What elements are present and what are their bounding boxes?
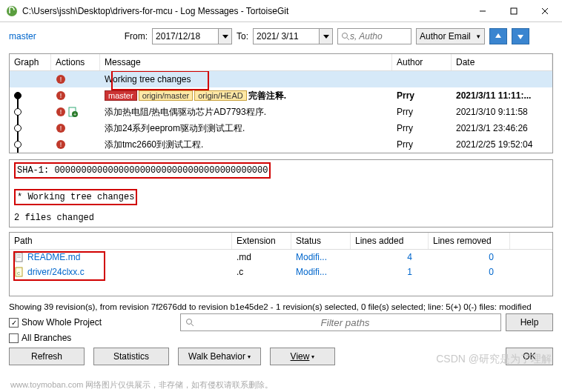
svg-line-26 [191, 324, 194, 326]
from-date-input[interactable] [152, 28, 219, 44]
search-input[interactable] [350, 31, 402, 41]
log-message: 添加24系列eeprom驱动到测试工程. [105, 122, 245, 135]
log-date: 2021/3/10 9:11:58 [452, 106, 552, 118]
svg-text:!: ! [60, 76, 62, 83]
log-row[interactable]: ! 添加24系列eeprom驱动到测试工程. Prry 2021/3/1 23:… [10, 120, 552, 136]
log-body: ! Working tree changes ! master origin/m… [10, 71, 552, 153]
modified-icon: ! [56, 139, 66, 150]
nav-down-button[interactable] [512, 28, 529, 44]
refresh-button[interactable]: Refresh [9, 348, 85, 365]
detail-panel: SHA-1: 000000000000000000000000000000000… [9, 159, 553, 227]
log-message: 添加tmc2660到测试工程. [105, 139, 203, 151]
log-date [452, 79, 552, 80]
close-button[interactable] [529, 1, 561, 21]
header-ext[interactable]: Extension [232, 233, 291, 249]
app-icon [6, 5, 18, 17]
file-ext: .c [232, 266, 291, 278]
titlebar: C:\Users\jssh\Desktop\drivers-for-mcu - … [0, 0, 562, 22]
header-actions[interactable]: Actions [51, 54, 100, 70]
working-tree-label: * Working tree changes [17, 192, 134, 202]
file-row[interactable]: cdriver/24clxx.c .c Modifi... 1 0 [10, 265, 552, 279]
chevron-down-icon: ▼ [475, 33, 481, 40]
file-status: Modifi... [291, 251, 351, 263]
svg-line-6 [347, 38, 349, 40]
search-icon [185, 318, 194, 327]
toolbar: master From: To: Author Email ▼ [0, 22, 562, 50]
search-icon [341, 32, 350, 41]
header-lines-added[interactable]: Lines added [351, 233, 429, 249]
svg-rect-2 [511, 8, 517, 14]
view-button[interactable]: View▾ [270, 348, 335, 365]
minimize-button[interactable] [467, 1, 498, 21]
file-path: driver/24clxx.c [27, 267, 85, 277]
log-date: 2021/2/25 19:52:04 [452, 139, 552, 150]
svg-text:!: ! [60, 92, 62, 99]
added-icon: + [67, 107, 78, 117]
file-lines-removed: 0 [429, 251, 510, 263]
log-row[interactable]: ! master origin/master origin/HEAD 完善注释.… [10, 87, 552, 104]
files-changed-text: 2 files changed [14, 213, 94, 223]
file-status: Modifi... [291, 266, 351, 278]
log-date: 2021/3/1 23:46:26 [452, 122, 552, 134]
modified-icon: ! [56, 123, 66, 133]
log-author: Prry [397, 90, 414, 101]
header-author[interactable]: Author [392, 54, 452, 70]
log-message: Working tree changes [105, 74, 191, 84]
branch-badge-remote: origin/HEAD [194, 90, 247, 101]
chevron-down-icon: ▾ [311, 353, 314, 360]
modified-icon: ! [56, 107, 66, 117]
all-branches-label: All Branches [22, 333, 71, 343]
watermark-footer: www.toymoban.com 网络图片仅供展示，非存储，如有侵权请联系删除。 [10, 379, 273, 391]
log-row[interactable]: !+ 添加热电阻/热电偶驱动芯片AD7793程序. Prry 2021/3/10… [10, 104, 552, 120]
header-status[interactable]: Status [291, 233, 351, 249]
file-icon: c [14, 267, 24, 277]
log-row[interactable]: ! Working tree changes [10, 71, 552, 87]
filter-input[interactable] [194, 317, 496, 328]
nav-up-button[interactable] [489, 28, 507, 44]
chevron-down-icon: ▾ [248, 353, 251, 360]
to-date-picker-button[interactable] [320, 28, 333, 44]
show-whole-project-checkbox[interactable]: ✓ [9, 318, 19, 328]
header-path[interactable]: Path [10, 233, 232, 249]
help-button[interactable]: Help [506, 313, 553, 331]
file-grid: Path Extension Status Lines added Lines … [9, 232, 553, 296]
to-date-input[interactable] [253, 28, 320, 44]
header-graph[interactable]: Graph [10, 54, 51, 70]
log-author: Prry [392, 139, 452, 150]
from-date-picker-button[interactable] [219, 28, 232, 44]
annotation-box: * Working tree changes [14, 189, 137, 205]
file-icon [14, 252, 24, 262]
filter-box[interactable] [180, 313, 501, 331]
log-message: 完善注释. [248, 90, 286, 102]
svg-point-25 [187, 319, 192, 325]
log-date: 2021/3/11 11:11:... [456, 90, 531, 101]
log-row[interactable]: ! 添加tmc2660到测试工程. Prry 2021/2/25 19:52:0… [10, 136, 552, 153]
file-lines-removed: 0 [429, 266, 510, 278]
sha-value: 0000000000000000000000000000000000000000 [54, 165, 268, 176]
to-label: To: [237, 31, 248, 41]
branch-badge-remote: origin/master [139, 90, 194, 101]
svg-point-5 [343, 33, 348, 39]
branch-link[interactable]: master [9, 31, 36, 41]
modified-icon: ! [56, 74, 66, 84]
watermark: CSDN @研究是为了理解 [436, 353, 552, 366]
svg-text:!: ! [60, 141, 62, 148]
annotation-box: SHA-1: 000000000000000000000000000000000… [14, 162, 271, 179]
status-line: Showing 39 revision(s), from revision 7f… [0, 301, 562, 312]
header-message[interactable]: Message [100, 54, 392, 70]
log-grid: Graph Actions Message Author Date ! Work… [9, 53, 553, 153]
maximize-button[interactable] [498, 1, 529, 21]
walk-behavior-button[interactable]: Walk Behavior▾ [178, 348, 261, 365]
log-header: Graph Actions Message Author Date [10, 54, 552, 71]
log-author: Prry [392, 122, 452, 134]
file-row[interactable]: README.md .md Modifi... 4 0 [10, 250, 552, 265]
statistics-button[interactable]: Statistics [93, 348, 169, 365]
all-branches-checkbox[interactable] [9, 333, 19, 343]
author-filter-select[interactable]: Author Email ▼ [416, 28, 485, 44]
header-lines-removed[interactable]: Lines removed [429, 233, 510, 249]
file-lines-added: 4 [351, 251, 429, 263]
svg-text:!: ! [60, 108, 62, 116]
header-date[interactable]: Date [452, 54, 552, 70]
search-box[interactable] [337, 28, 411, 44]
file-header: Path Extension Status Lines added Lines … [10, 233, 552, 250]
